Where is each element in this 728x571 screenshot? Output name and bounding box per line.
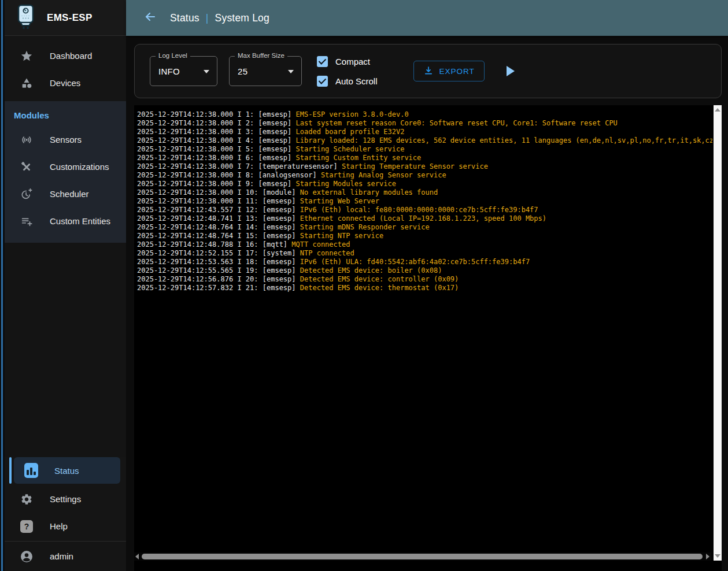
- breadcrumb-section: Status: [170, 12, 199, 24]
- log-line: 2025-12-29T14:12:38.000 I 9: [emsesp] St…: [137, 180, 712, 188]
- max-buffer-size-label: Max Buffer Size: [235, 52, 287, 59]
- category-icon: [20, 76, 34, 90]
- scroll-right-icon[interactable]: [706, 554, 709, 559]
- sidebar-item-label: Devices: [50, 78, 80, 88]
- scroll-left-icon[interactable]: [135, 554, 139, 559]
- sidebar-item-devices[interactable]: Devices: [5, 69, 126, 97]
- log-line: 2025-12-29T14:12:38.000 I 4: [emsesp] Li…: [137, 136, 712, 145]
- auto-scroll-checkbox-row[interactable]: Auto Scroll: [317, 76, 378, 87]
- page-title: System Log: [215, 12, 269, 24]
- log-line: 2025-12-29T14:12:52.155 I 17: [system] N…: [137, 249, 712, 258]
- sidebar-item-label: Settings: [50, 494, 81, 504]
- app-bar: Status|System Log: [126, 0, 728, 36]
- log-line: 2025-12-29T14:12:48.764 I 15: [emsesp] S…: [137, 232, 712, 240]
- app-title: EMS-ESP: [47, 12, 93, 24]
- sidebar-item-label: Help: [50, 521, 68, 531]
- account-circle-icon: [20, 550, 34, 563]
- sidebar-item-label: Scheduler: [50, 189, 89, 199]
- app-logo-row: EMS-ESP: [5, 0, 126, 36]
- vertical-scrollbar[interactable]: [714, 105, 722, 561]
- sidebar-top-nav: Dashboard Devices: [5, 36, 126, 101]
- log-level-select[interactable]: Log Level INFO: [150, 56, 217, 86]
- log-line: 2025-12-29T14:12:38.000 I 6: [emsesp] St…: [137, 154, 712, 162]
- log-line: 2025-12-29T14:12:48.741 I 13: [emsesp] E…: [137, 214, 712, 223]
- log-level-label: Log Level: [156, 52, 190, 59]
- log-level-value: INFO: [158, 66, 180, 76]
- breadcrumb: Status|System Log: [170, 12, 269, 24]
- sidebar-item-scheduler[interactable]: Scheduler: [5, 180, 126, 207]
- log-line: 2025-12-29T14:12:38.000 I 7: [temperatur…: [137, 162, 712, 171]
- sidebar-item-sensors[interactable]: Sensors: [5, 126, 126, 153]
- sidebar-spacer: [5, 243, 126, 457]
- boiler-icon: [16, 4, 35, 32]
- modules-section-header: Modules: [5, 106, 126, 126]
- help-icon: ?: [20, 520, 34, 533]
- log-line: 2025-12-29T14:12:53.563 I 18: [emsesp] I…: [137, 258, 712, 266]
- sidebar-item-settings[interactable]: Settings: [5, 485, 126, 513]
- sidebar-item-admin[interactable]: admin: [5, 543, 126, 570]
- log-console: 2025-12-29T14:12:38.000 I 1: [emsesp] EM…: [134, 105, 722, 571]
- compact-label: Compact: [335, 57, 370, 66]
- horizontal-scrollbar[interactable]: [134, 553, 711, 561]
- sidebar-item-label: Status: [54, 466, 79, 476]
- main-content: Status|System Log Log Level INFO Max Buf…: [126, 0, 728, 571]
- log-line: 2025-12-29T14:12:56.876 I 20: [emsesp] D…: [137, 275, 712, 284]
- construction-icon: [20, 160, 34, 174]
- log-toolbar: Log Level INFO Max Buffer Size 25 Compac…: [134, 44, 722, 98]
- sidebar-user-label: admin: [50, 551, 73, 561]
- sidebar-item-label: Sensors: [50, 135, 82, 144]
- log-line: 2025-12-29T14:12:38.000 I 8: [analogsens…: [137, 171, 712, 180]
- log-line: 2025-12-29T14:12:57.832 I 21: [emsesp] D…: [137, 284, 712, 292]
- more-time-icon: [20, 187, 34, 201]
- export-button-label: EXPORT: [439, 67, 475, 76]
- arrow-back-icon[interactable]: [143, 10, 157, 26]
- bar-chart-icon: [24, 464, 38, 477]
- chevron-down-icon: [288, 70, 294, 73]
- sidebar: EMS-ESP Dashboard Devices Modules: [5, 0, 126, 571]
- log-line: 2025-12-29T14:12:55.565 I 19: [emsesp] D…: [137, 266, 712, 275]
- sidebar-item-label: Customizations: [50, 162, 109, 172]
- toolbar-checkboxes: Compact Auto Scroll: [317, 56, 378, 87]
- sidebar-item-status[interactable]: Status: [14, 457, 120, 484]
- log-line: 2025-12-29T14:12:48.788 I 16: [mqtt] MQT…: [137, 240, 712, 249]
- log-line: 2025-12-29T14:12:48.764 I 14: [emsesp] S…: [137, 223, 712, 232]
- export-button[interactable]: EXPORT: [413, 61, 485, 81]
- desktop-edge-strip: [0, 0, 5, 571]
- download-icon: [423, 65, 434, 77]
- star-icon: [20, 49, 34, 63]
- horizontal-scrollbar-thumb[interactable]: [142, 554, 703, 559]
- auto-scroll-label: Auto Scroll: [335, 76, 378, 86]
- log-line: 2025-12-29T14:12:38.000 I 3: [emsesp] Lo…: [137, 128, 712, 136]
- log-line: 2025-12-29T14:12:43.557 I 12: [emsesp] I…: [137, 206, 712, 214]
- log-lines: 2025-12-29T14:12:38.000 I 1: [emsesp] EM…: [137, 110, 712, 551]
- sidebar-modules-panel: Modules Sensors: [5, 101, 126, 243]
- sidebar-item-custom-entities[interactable]: Custom Entities: [5, 207, 126, 235]
- log-line: 2025-12-29T14:12:38.000 I 5: [emsesp] St…: [137, 145, 712, 154]
- sidebar-item-customizations[interactable]: Customizations: [5, 153, 126, 180]
- log-line: 2025-12-29T14:12:38.000 I 10: [module] N…: [137, 188, 712, 197]
- scroll-up-icon[interactable]: [715, 108, 720, 112]
- sidebar-bottom-nav: Status Settings ? Help: [5, 457, 126, 571]
- ems-esp-app: EMS-ESP Dashboard Devices Modules: [0, 0, 728, 571]
- max-buffer-size-select[interactable]: Max Buffer Size 25: [229, 56, 302, 86]
- log-line: 2025-12-29T14:12:38.000 I 11: [emsesp] S…: [137, 197, 712, 206]
- chevron-down-icon: [204, 70, 209, 73]
- sidebar-item-label: Custom Entities: [50, 216, 110, 226]
- auto-scroll-checkbox[interactable]: [317, 76, 328, 87]
- log-line: 2025-12-29T14:12:38.000 I 1: [emsesp] EM…: [137, 110, 712, 119]
- breadcrumb-separator: |: [199, 12, 215, 24]
- gear-icon: [20, 492, 34, 506]
- compact-checkbox-row[interactable]: Compact: [317, 56, 378, 67]
- compact-checkbox[interactable]: [317, 56, 328, 67]
- sidebar-item-label: Dashboard: [50, 51, 92, 61]
- max-buffer-size-value: 25: [238, 66, 247, 76]
- play-icon[interactable]: [507, 66, 515, 76]
- sidebar-item-dashboard[interactable]: Dashboard: [5, 42, 126, 69]
- sensors-icon: [20, 133, 34, 147]
- log-line: 2025-12-29T14:12:38.000 I 2: [emsesp] La…: [137, 119, 712, 128]
- sidebar-item-help[interactable]: ? Help: [5, 513, 126, 540]
- playlist-add-icon: [20, 214, 34, 228]
- scroll-down-icon[interactable]: [715, 554, 720, 558]
- active-item-indicator: [9, 457, 12, 484]
- sidebar-divider: [5, 541, 126, 542]
